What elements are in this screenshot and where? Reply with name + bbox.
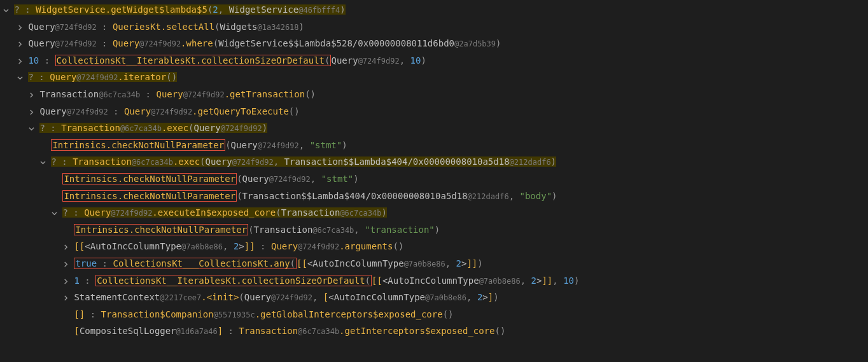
highlighted-call: Intrinsics.checkNotNullParameter (62, 173, 237, 184)
chevron-right-icon[interactable] (62, 238, 69, 255)
trace-row: 10 : CollectionsKt__IterablesKt.collecti… (3, 52, 865, 69)
highlighted-call: CollectionsKt__IterablesKt.collectionSiz… (55, 55, 332, 66)
return-value: Transaction (39, 89, 99, 99)
return-value: true (75, 258, 97, 268)
method-name: getInterceptors$exposed_core (345, 326, 495, 336)
trace-row: Query@724f9d92 : Query@724f9d92.getQuery… (3, 103, 865, 120)
spacer (62, 323, 69, 340)
chevron-down-icon[interactable] (3, 1, 9, 18)
trace-row: Intrinsics.checkNotNullParameter(Query@7… (3, 137, 865, 154)
spacer (62, 306, 69, 323)
return-value: Query (39, 106, 66, 116)
highlighted-call: Intrinsics.checkNotNullParameter (62, 190, 237, 202)
trace-row: Intrinsics.checkNotNullParameter(Transac… (3, 221, 865, 239)
highlighted-call: Intrinsics.checkNotNullParameter (74, 224, 248, 235)
trace-row: Intrinsics.checkNotNullParameter(Transac… (3, 188, 865, 205)
spacer (51, 188, 57, 205)
method-name: getGlobalInterceptors$exposed_core (260, 309, 443, 319)
trace-row: Intrinsics.checkNotNullParameter(Query@7… (3, 171, 865, 188)
chevron-right-icon[interactable] (17, 18, 23, 36)
trace-row: ? : Query@724f9d92.iterator() (3, 69, 865, 86)
arg-ref: WidgetService (229, 4, 299, 15)
method-name: arguments (345, 241, 393, 251)
method-name: exec (167, 123, 188, 133)
trace-row: ? : Transaction@6c7ca34b.exec(Query@724f… (3, 153, 865, 171)
chevron-down-icon[interactable] (51, 204, 57, 221)
trace-row: ? : Query@724f9d92.executeIn$exposed_cor… (3, 204, 865, 221)
return-value: [] (74, 309, 85, 319)
highlighted-call: Intrinsics.checkNotNullParameter (51, 139, 225, 151)
return-value: ? (14, 4, 19, 15)
trace-row: ? : Transaction@6c7ca34b.exec(Query@724f… (3, 120, 865, 137)
chevron-down-icon[interactable] (17, 69, 23, 86)
chevron-right-icon[interactable] (28, 103, 34, 120)
chevron-down-icon[interactable] (28, 120, 34, 137)
highlighted-call: CollectionsKt__IterablesKt.collectionSiz… (95, 275, 372, 286)
method-name: getTransaction (230, 89, 305, 99)
spacer (62, 221, 69, 239)
chevron-right-icon[interactable] (62, 289, 69, 306)
return-value: [[ (74, 241, 85, 251)
return-value: Query (28, 38, 55, 48)
method-name: executeIn$exposed_core (158, 207, 276, 218)
method-name: getWidget$lambda$5 (111, 4, 207, 15)
method-name: where (186, 38, 213, 48)
method-name: iterator (123, 72, 166, 82)
string-literal: "body" (520, 191, 552, 201)
spacer (39, 137, 46, 154)
string-literal: "transaction" (365, 225, 435, 235)
return-value: StatementContext (74, 292, 160, 302)
chevron-right-icon[interactable] (17, 52, 23, 69)
trace-row: [CompositeSqlLogger@1d6a7a46] : Transact… (3, 323, 865, 340)
chevron-right-icon[interactable] (62, 272, 69, 289)
chevron-right-icon[interactable] (62, 255, 69, 272)
trace-row: Query@724f9d92 : Query@724f9d92.where(Wi… (3, 35, 865, 52)
class-name: QueriesKt (113, 22, 161, 32)
chevron-right-icon[interactable] (17, 35, 23, 52)
trace-row: StatementContext@2217cee7.<init>(Query@7… (3, 289, 865, 306)
class-name: WidgetService (36, 4, 106, 15)
return-value: 1 (74, 275, 79, 286)
trace-row: ? : WidgetService.getWidget$lambda$5(2, … (3, 1, 865, 18)
string-literal: "stmt" (310, 140, 342, 150)
trace-row: [] : Transaction$Companion@5571935c.getG… (3, 306, 865, 323)
trace-row: [[<AutoIncColumnType@7a0b8e86, 2>]] : Qu… (3, 238, 865, 255)
return-value: Query (28, 22, 55, 32)
method-name: <init> (207, 292, 239, 302)
arg-literal: 2 (213, 4, 218, 15)
method-name: selectAll (166, 22, 214, 32)
trace-row: Transaction@6c7ca34b : Query@724f9d92.ge… (3, 86, 865, 103)
spacer (51, 171, 57, 188)
return-value: [ (74, 326, 79, 336)
trace-row: true : CollectionsKt___CollectionsKt.any… (3, 255, 865, 272)
method-name: getQueryToExecute (198, 106, 289, 116)
chevron-right-icon[interactable] (28, 86, 34, 103)
trace-row: 1 : CollectionsKt__IterablesKt.collectio… (3, 272, 865, 289)
method-name: CollectionsKt___CollectionsKt.any (113, 258, 290, 268)
object-hash: @46fbfff4 (298, 6, 340, 15)
method-name: exec (178, 157, 200, 167)
chevron-down-icon[interactable] (39, 153, 46, 171)
return-value: 10 (28, 55, 39, 66)
string-literal: "stmt" (321, 174, 354, 184)
trace-row: Query@724f9d92 : QueriesKt.selectAll(Wid… (3, 18, 865, 36)
